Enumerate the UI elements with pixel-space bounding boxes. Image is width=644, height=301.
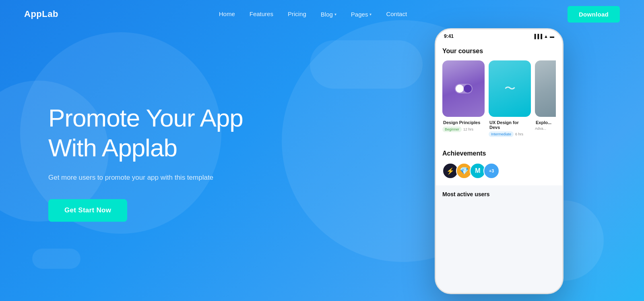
download-button[interactable]: Download	[568, 6, 620, 23]
hero-title: Promote Your AppWith Applab	[48, 103, 243, 163]
course-hours-1: 12 hrs	[463, 127, 473, 131]
sketch-icon: 💎	[460, 166, 469, 175]
course-tags-2: Intermediate 6 hrs	[489, 131, 531, 137]
course-name-1: Design Principles	[442, 120, 485, 125]
phone-status-icons: ▐▐▐ ▲ ▬	[533, 34, 554, 39]
nav-home[interactable]: Home	[219, 10, 235, 17]
most-active-title: Most active users	[442, 191, 556, 197]
phone-frame: 9:41 ▐▐▐ ▲ ▬ Your courses	[435, 28, 564, 294]
nav-contact[interactable]: Contact	[386, 10, 407, 17]
phone-courses-section: Your courses Design Principles	[436, 41, 562, 150]
course-tag-3: Adva...	[535, 127, 546, 131]
achievements-section: Achievements ⚡ 💎 M +3	[436, 150, 562, 185]
courses-title: Your courses	[442, 48, 556, 55]
badge-plus: +3	[483, 163, 500, 179]
achievements-icons: ⚡ 💎 M +3	[442, 163, 556, 179]
pages-chevron-icon: ▾	[369, 12, 372, 17]
toggle-right	[464, 85, 472, 93]
hero-subtitle: Get more users to promote your app with …	[48, 173, 243, 183]
blog-chevron-icon: ▾	[334, 12, 336, 17]
nav-links: Home Features Pricing Blog ▾ Pages ▾ Con…	[219, 10, 407, 18]
decorative-wave-top	[310, 40, 423, 89]
course-hours-2: 6 hrs	[515, 132, 523, 136]
m-icon: M	[475, 167, 480, 174]
cta-button[interactable]: Get Start Now	[48, 199, 127, 222]
decorative-wave-bottom	[32, 249, 80, 269]
phone-time: 9:41	[444, 33, 454, 39]
wavy-icon: 〜	[504, 81, 516, 96]
signal-icon: ▐▐▐	[533, 34, 542, 39]
toggle-left	[456, 85, 464, 93]
course-card-1[interactable]: Design Principles Beginner 12 hrs	[442, 60, 485, 137]
course-card-3[interactable]: Explo... Adva...	[535, 60, 556, 137]
hero-section: AppLab Home Features Pricing Blog ▾ Page…	[0, 0, 644, 301]
most-active-section: Most active users	[436, 185, 562, 203]
nav-features[interactable]: Features	[250, 10, 273, 17]
hero-content: Promote Your AppWith Applab Get more use…	[48, 103, 243, 222]
wifi-icon: ▲	[544, 34, 548, 39]
brand-logo[interactable]: AppLab	[24, 9, 58, 19]
phone-mockup: 9:41 ▐▐▐ ▲ ▬ Your courses	[435, 28, 572, 301]
courses-row: Design Principles Beginner 12 hrs 〜 UX	[442, 60, 556, 137]
nav-blog[interactable]: Blog ▾	[321, 11, 336, 18]
toggle-icon	[455, 84, 473, 93]
nav-pages[interactable]: Pages ▾	[351, 11, 372, 18]
tag-intermediate: Intermediate	[489, 131, 514, 137]
phone-screen: 9:41 ▐▐▐ ▲ ▬ Your courses	[436, 29, 562, 293]
navbar: AppLab Home Features Pricing Blog ▾ Page…	[0, 0, 644, 28]
framer-icon: ⚡	[446, 167, 454, 175]
course-name-3: Explo...	[535, 120, 556, 125]
phone-status-bar: 9:41 ▐▐▐ ▲ ▬	[436, 29, 562, 41]
battery-icon: ▬	[550, 34, 554, 39]
course-tags-3: Adva...	[535, 127, 556, 131]
plus-icon: +3	[489, 168, 494, 173]
nav-pricing[interactable]: Pricing	[288, 10, 306, 17]
course-card-2[interactable]: 〜 UX Design for Devs Intermediate 6 hrs	[489, 60, 531, 137]
tag-beginner: Beginner	[442, 127, 462, 132]
course-name-2: UX Design for Devs	[489, 120, 531, 130]
achievements-title: Achievements	[442, 150, 556, 157]
course-tags-1: Beginner 12 hrs	[442, 127, 485, 132]
